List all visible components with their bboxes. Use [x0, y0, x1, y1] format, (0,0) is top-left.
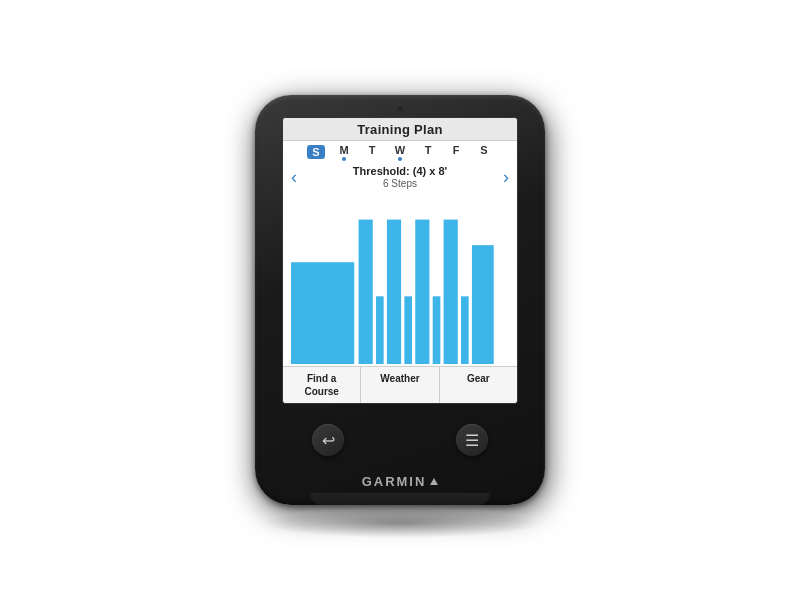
day-sunday[interactable]: S [307, 145, 325, 159]
svg-rect-5 [415, 219, 429, 364]
brand-triangle-icon [430, 478, 438, 485]
day-dot-monday [342, 157, 346, 161]
chart-svg [291, 194, 509, 365]
menu-icon: ☰ [465, 431, 479, 450]
brand-text: GARMIN [362, 474, 427, 489]
device-wrapper: Training Plan S M T W [240, 80, 560, 520]
day-tuesday[interactable]: T [363, 144, 381, 161]
svg-rect-3 [387, 219, 401, 364]
device-shadow [260, 508, 540, 538]
control-bar: ↩ ☰ [282, 412, 518, 468]
bottom-bumper [310, 493, 490, 505]
workout-row: ‹ Threshold: (4) x 8' 6 Steps › [283, 162, 517, 190]
next-arrow[interactable]: › [503, 168, 509, 186]
back-button[interactable]: ↩ [312, 424, 344, 456]
camera-sensor [397, 105, 403, 111]
svg-rect-7 [444, 219, 458, 364]
svg-rect-9 [472, 245, 494, 364]
workout-title: Threshold: (4) x 8' [297, 165, 503, 177]
find-course-button[interactable]: Find aCourse [283, 367, 361, 403]
workout-steps: 6 Steps [297, 178, 503, 189]
bottom-buttons: Find aCourse Weather Gear [283, 366, 517, 403]
device-screen: Training Plan S M T W [282, 117, 518, 405]
day-dot-wednesday [398, 157, 402, 161]
menu-button[interactable]: ☰ [456, 424, 488, 456]
back-icon: ↩ [322, 431, 335, 450]
screen-title: Training Plan [283, 118, 517, 141]
brand-area: GARMIN [362, 474, 439, 489]
day-thursday[interactable]: T [419, 144, 437, 161]
gear-button[interactable]: Gear [440, 367, 517, 403]
day-row: S M T W T F [283, 141, 517, 162]
svg-rect-8 [461, 296, 469, 364]
workout-info: Threshold: (4) x 8' 6 Steps [297, 165, 503, 189]
svg-rect-2 [376, 296, 384, 364]
svg-rect-6 [433, 296, 441, 364]
weather-button[interactable]: Weather [361, 367, 439, 403]
svg-rect-4 [404, 296, 412, 364]
day-monday[interactable]: M [335, 144, 353, 161]
device-body: Training Plan S M T W [255, 95, 545, 505]
day-saturday[interactable]: S [475, 144, 493, 161]
day-wednesday[interactable]: W [391, 144, 409, 161]
svg-rect-0 [291, 262, 354, 364]
day-friday[interactable]: F [447, 144, 465, 161]
workout-chart [283, 190, 517, 367]
svg-rect-1 [359, 219, 373, 364]
